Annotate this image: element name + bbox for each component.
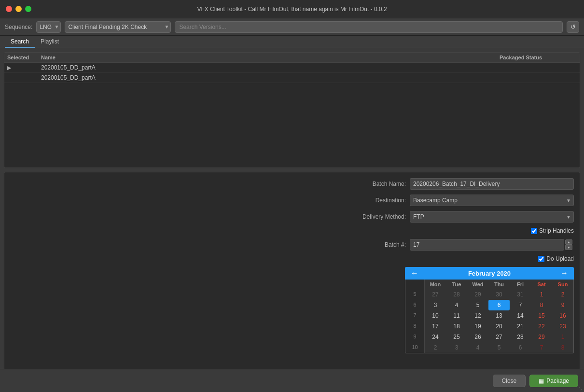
cal-cell[interactable]: 7: [510, 300, 531, 310]
do-upload-row: Do Upload: [10, 255, 574, 262]
week-num-9: 9: [405, 332, 425, 342]
resize-handle[interactable]: ⋱: [577, 385, 582, 390]
cal-cell[interactable]: 20: [488, 321, 510, 332]
destination-select[interactable]: Basecamp Camp: [410, 195, 574, 206]
cal-cell[interactable]: 14: [510, 310, 531, 321]
cal-cell[interactable]: 15: [531, 310, 552, 321]
strip-handles-checkbox[interactable]: [531, 228, 537, 234]
cal-cell-today[interactable]: 6: [488, 300, 510, 310]
cal-cell[interactable]: 28: [446, 289, 467, 300]
cal-cell[interactable]: 29: [467, 289, 488, 300]
tab-playlist[interactable]: Playlist: [35, 36, 65, 48]
week-num-10: 10: [405, 342, 425, 353]
calendar-week-9: 9 24 25 26 27 28 29 1: [405, 332, 573, 342]
cal-cell[interactable]: 2: [425, 342, 446, 353]
delivery-method-select-wrapper: FTP ▼: [410, 211, 574, 223]
cal-cell[interactable]: 17: [425, 321, 446, 332]
cal-cell[interactable]: 10: [425, 310, 446, 321]
cal-cell[interactable]: 24: [425, 332, 446, 342]
cal-cell[interactable]: 22: [531, 321, 552, 332]
cal-cell[interactable]: 28: [510, 332, 531, 342]
cal-cell[interactable]: 21: [510, 321, 531, 332]
delivery-method-select[interactable]: FTP: [410, 211, 574, 223]
cal-cell[interactable]: 7: [531, 342, 552, 353]
calendar-grid: Mon Tue Wed Thu Fri Sat Sun 5 27 28 29 3…: [405, 280, 574, 353]
cal-cell[interactable]: 18: [446, 321, 467, 332]
titlebar: VFX Client Toolkit - Call Mr FilmOut, th…: [0, 0, 584, 18]
calendar-header: ← February 2020 →: [405, 267, 574, 280]
cal-cell[interactable]: 3: [425, 300, 446, 310]
batch-name-label: Batch Name:: [343, 181, 406, 187]
cal-cell[interactable]: 27: [425, 289, 446, 300]
strip-handles-label: Strip Handles: [539, 227, 574, 234]
cal-header-sun: Sun: [552, 280, 573, 289]
calendar-week-5: 5 27 28 29 30 31 1 2: [405, 289, 573, 300]
cal-cell[interactable]: 31: [510, 289, 531, 300]
bottom-panel: Batch Name: Destination: Basecamp Camp ▼…: [4, 172, 580, 388]
cal-cell[interactable]: 30: [488, 289, 510, 300]
batch-name-input[interactable]: [410, 178, 574, 190]
batch-num-increment-button[interactable]: ▲: [565, 239, 572, 245]
batch-num-input[interactable]: [410, 239, 564, 251]
cal-cell[interactable]: 12: [467, 310, 488, 321]
batch-name-row: Batch Name:: [10, 178, 574, 190]
pipeline-dropdown-wrapper: Client Final Pending 2K Check ▼: [65, 21, 171, 33]
cal-cell[interactable]: 5: [467, 300, 488, 310]
calendar-week-10: 10 2 3 4 5 6 7 8: [405, 342, 573, 353]
cal-cell[interactable]: 16: [552, 310, 573, 321]
cal-cell[interactable]: 4: [467, 342, 488, 353]
batch-num-decrement-button[interactable]: ▼: [565, 245, 572, 250]
cal-cell[interactable]: 9: [552, 300, 573, 310]
cal-cell[interactable]: 2: [552, 289, 573, 300]
main-content: Selected Name Packaged Status ▶ 20200105…: [0, 48, 584, 392]
cal-cell[interactable]: 26: [467, 332, 488, 342]
cal-header-wed: Wed: [467, 280, 488, 289]
traffic-lights: [6, 6, 31, 12]
maximize-button[interactable]: [25, 6, 31, 12]
cal-cell[interactable]: 25: [446, 332, 467, 342]
cal-cell[interactable]: 1: [552, 332, 573, 342]
cal-cell[interactable]: 6: [510, 342, 531, 353]
minimize-button[interactable]: [15, 6, 22, 12]
cal-cell[interactable]: 27: [488, 332, 510, 342]
batch-num-row: Batch #: ▲ ▼: [10, 239, 574, 251]
col-header-status: Packaged Status: [500, 55, 577, 60]
strip-handles-row: Strip Handles: [10, 227, 574, 234]
sequence-dropdown[interactable]: LNG: [36, 21, 61, 33]
cal-cell[interactable]: 1: [531, 289, 552, 300]
calendar-days-header-row: Mon Tue Wed Thu Fri Sat Sun: [405, 280, 573, 289]
destination-row: Destination: Basecamp Camp ▼: [10, 195, 574, 206]
cal-cell[interactable]: 8: [552, 342, 573, 353]
cal-cell[interactable]: 19: [467, 321, 488, 332]
cal-cell[interactable]: 11: [446, 310, 467, 321]
cal-cell[interactable]: 4: [446, 300, 467, 310]
table-row[interactable]: ▶ 20200105_DD_partA: [4, 63, 580, 73]
cal-cell[interactable]: 8: [531, 300, 552, 310]
package-button[interactable]: ▦ Package: [529, 375, 578, 387]
sequence-label: Sequence:: [5, 24, 32, 30]
table-row[interactable]: 20200105_DD_partA: [4, 73, 580, 83]
close-button[interactable]: [6, 6, 12, 12]
versions-table-panel: Selected Name Packaged Status ▶ 20200105…: [4, 52, 580, 168]
calendar: ← February 2020 → Mon Tue Wed Thu Fri Sa…: [405, 267, 574, 353]
cal-cell[interactable]: 5: [488, 342, 510, 353]
refresh-button[interactable]: ↺: [567, 21, 579, 33]
pipeline-dropdown[interactable]: Client Final Pending 2K Check: [65, 21, 171, 33]
search-input[interactable]: [175, 21, 563, 33]
tab-search[interactable]: Search: [5, 36, 35, 48]
cal-cell[interactable]: 13: [488, 310, 510, 321]
package-icon: ▦: [539, 378, 544, 384]
week-num-8: 8: [405, 321, 425, 332]
cal-cell[interactable]: 3: [446, 342, 467, 353]
calendar-prev-button[interactable]: ←: [409, 269, 420, 278]
calendar-next-button[interactable]: →: [558, 269, 570, 278]
close-button[interactable]: Close: [493, 375, 526, 387]
cal-cell[interactable]: 29: [531, 332, 552, 342]
sequence-dropdown-wrapper: LNG ▼: [36, 21, 61, 33]
calendar-week-7: 7 10 11 12 13 14 15 16: [405, 310, 573, 321]
cal-cell[interactable]: 23: [552, 321, 573, 332]
tabbar: Search Playlist: [0, 36, 584, 48]
do-upload-checkbox[interactable]: [538, 256, 544, 262]
row-arrow-0: ▶: [7, 65, 41, 70]
row-name-0: 20200105_DD_partA: [41, 64, 500, 71]
